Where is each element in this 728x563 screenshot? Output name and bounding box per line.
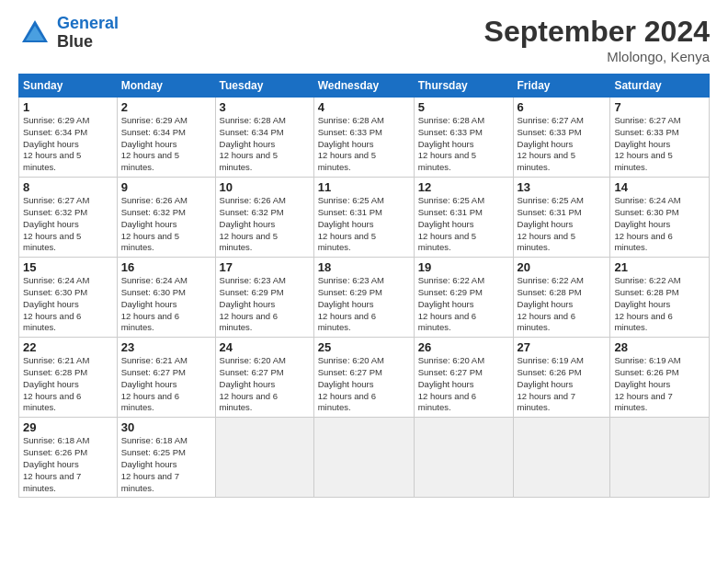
day-info: Sunrise: 6:29 AM Sunset: 6:34 PM Dayligh… [23,115,113,174]
calendar-cell: 7 Sunrise: 6:27 AM Sunset: 6:33 PM Dayli… [610,98,710,178]
calendar-cell: 6 Sunrise: 6:27 AM Sunset: 6:33 PM Dayli… [513,98,610,178]
calendar-cell: 19 Sunrise: 6:22 AM Sunset: 6:29 PM Dayl… [414,258,513,338]
day-number: 27 [518,340,607,354]
day-number: 11 [318,180,410,194]
day-number: 21 [614,260,705,274]
day-info: Sunrise: 6:27 AM Sunset: 6:32 PM Dayligh… [23,195,113,254]
location: Mlolongo, Kenya [484,49,710,64]
day-info: Sunrise: 6:23 AM Sunset: 6:29 PM Dayligh… [318,275,410,334]
day-info: Sunrise: 6:24 AM Sunset: 6:30 PM Dayligh… [23,275,113,334]
day-number: 7 [614,100,705,114]
day-number: 26 [418,340,509,354]
calendar-cell: 3 Sunrise: 6:28 AM Sunset: 6:34 PM Dayli… [215,98,313,178]
day-number: 6 [518,100,607,114]
day-info: Sunrise: 6:28 AM Sunset: 6:33 PM Dayligh… [418,115,509,174]
weekday-header-wednesday: Wednesday [313,75,414,98]
page: GeneralBlue September 2024 Mlolongo, Ken… [0,0,728,563]
weekday-header-friday: Friday [513,75,610,98]
calendar-cell: 28 Sunrise: 6:19 AM Sunset: 6:26 PM Dayl… [610,338,710,418]
header: GeneralBlue September 2024 Mlolongo, Ken… [18,15,710,64]
day-info: Sunrise: 6:26 AM Sunset: 6:32 PM Dayligh… [121,195,211,254]
logo-text: GeneralBlue [57,15,119,52]
day-info: Sunrise: 6:29 AM Sunset: 6:34 PM Dayligh… [121,115,211,174]
calendar-cell: 4 Sunrise: 6:28 AM Sunset: 6:33 PM Dayli… [313,98,414,178]
day-number: 24 [220,340,310,354]
weekday-header-tuesday: Tuesday [215,75,313,98]
day-info: Sunrise: 6:26 AM Sunset: 6:32 PM Dayligh… [220,195,310,254]
month-title: September 2024 [484,15,710,49]
day-number: 17 [220,260,310,274]
calendar-cell: 18 Sunrise: 6:23 AM Sunset: 6:29 PM Dayl… [313,258,414,338]
day-number: 10 [220,180,310,194]
calendar-cell: 24 Sunrise: 6:20 AM Sunset: 6:27 PM Dayl… [215,338,313,418]
day-number: 15 [23,260,113,274]
day-number: 18 [318,260,410,274]
calendar-cell: 9 Sunrise: 6:26 AM Sunset: 6:32 PM Dayli… [117,178,215,258]
day-number: 16 [121,260,211,274]
title-block: September 2024 Mlolongo, Kenya [484,15,710,64]
day-info: Sunrise: 6:22 AM Sunset: 6:28 PM Dayligh… [518,275,607,334]
calendar-cell: 22 Sunrise: 6:21 AM Sunset: 6:28 PM Dayl… [19,338,118,418]
day-number: 22 [23,340,113,354]
day-info: Sunrise: 6:28 AM Sunset: 6:33 PM Dayligh… [318,115,410,174]
day-info: Sunrise: 6:24 AM Sunset: 6:30 PM Dayligh… [121,275,211,334]
calendar-cell: 10 Sunrise: 6:26 AM Sunset: 6:32 PM Dayl… [215,178,313,258]
day-info: Sunrise: 6:22 AM Sunset: 6:28 PM Dayligh… [614,275,705,334]
day-info: Sunrise: 6:18 AM Sunset: 6:26 PM Dayligh… [23,435,113,494]
day-info: Sunrise: 6:25 AM Sunset: 6:31 PM Dayligh… [518,195,607,254]
calendar-cell: 12 Sunrise: 6:25 AM Sunset: 6:31 PM Dayl… [414,178,513,258]
calendar-cell [513,418,610,498]
day-number: 2 [121,100,211,114]
day-info: Sunrise: 6:20 AM Sunset: 6:27 PM Dayligh… [220,355,310,414]
calendar-cell: 16 Sunrise: 6:24 AM Sunset: 6:30 PM Dayl… [117,258,215,338]
calendar-cell [215,418,313,498]
day-number: 9 [121,180,211,194]
logo-icon [18,17,51,50]
day-number: 12 [418,180,509,194]
calendar-cell: 26 Sunrise: 6:20 AM Sunset: 6:27 PM Dayl… [414,338,513,418]
day-number: 20 [518,260,607,274]
calendar-cell: 8 Sunrise: 6:27 AM Sunset: 6:32 PM Dayli… [19,178,118,258]
day-info: Sunrise: 6:24 AM Sunset: 6:30 PM Dayligh… [614,195,705,254]
day-number: 14 [614,180,705,194]
calendar-cell: 29 Sunrise: 6:18 AM Sunset: 6:26 PM Dayl… [19,418,118,498]
day-number: 30 [121,420,211,434]
calendar-cell: 13 Sunrise: 6:25 AM Sunset: 6:31 PM Dayl… [513,178,610,258]
day-number: 25 [318,340,410,354]
calendar-cell: 27 Sunrise: 6:19 AM Sunset: 6:26 PM Dayl… [513,338,610,418]
day-info: Sunrise: 6:20 AM Sunset: 6:27 PM Dayligh… [318,355,410,414]
calendar-cell: 17 Sunrise: 6:23 AM Sunset: 6:29 PM Dayl… [215,258,313,338]
calendar-table: SundayMondayTuesdayWednesdayThursdayFrid… [18,74,710,498]
calendar-cell: 1 Sunrise: 6:29 AM Sunset: 6:34 PM Dayli… [19,98,118,178]
day-number: 13 [518,180,607,194]
calendar-cell: 30 Sunrise: 6:18 AM Sunset: 6:25 PM Dayl… [117,418,215,498]
day-info: Sunrise: 6:22 AM Sunset: 6:29 PM Dayligh… [418,275,509,334]
calendar-cell: 11 Sunrise: 6:25 AM Sunset: 6:31 PM Dayl… [313,178,414,258]
calendar-cell [414,418,513,498]
calendar-cell [610,418,710,498]
day-info: Sunrise: 6:27 AM Sunset: 6:33 PM Dayligh… [518,115,607,174]
day-info: Sunrise: 6:21 AM Sunset: 6:27 PM Dayligh… [121,355,211,414]
weekday-header-monday: Monday [117,75,215,98]
day-info: Sunrise: 6:23 AM Sunset: 6:29 PM Dayligh… [220,275,310,334]
calendar-cell: 21 Sunrise: 6:22 AM Sunset: 6:28 PM Dayl… [610,258,710,338]
calendar-cell: 23 Sunrise: 6:21 AM Sunset: 6:27 PM Dayl… [117,338,215,418]
day-info: Sunrise: 6:19 AM Sunset: 6:26 PM Dayligh… [518,355,607,414]
day-number: 23 [121,340,211,354]
calendar-cell: 5 Sunrise: 6:28 AM Sunset: 6:33 PM Dayli… [414,98,513,178]
day-info: Sunrise: 6:25 AM Sunset: 6:31 PM Dayligh… [418,195,509,254]
day-number: 19 [418,260,509,274]
day-number: 28 [614,340,705,354]
day-info: Sunrise: 6:28 AM Sunset: 6:34 PM Dayligh… [220,115,310,174]
calendar-cell [313,418,414,498]
weekday-header-thursday: Thursday [414,75,513,98]
calendar-cell: 25 Sunrise: 6:20 AM Sunset: 6:27 PM Dayl… [313,338,414,418]
calendar-cell: 15 Sunrise: 6:24 AM Sunset: 6:30 PM Dayl… [19,258,118,338]
day-info: Sunrise: 6:25 AM Sunset: 6:31 PM Dayligh… [318,195,410,254]
day-info: Sunrise: 6:27 AM Sunset: 6:33 PM Dayligh… [614,115,705,174]
day-number: 3 [220,100,310,114]
calendar-cell: 14 Sunrise: 6:24 AM Sunset: 6:30 PM Dayl… [610,178,710,258]
day-info: Sunrise: 6:20 AM Sunset: 6:27 PM Dayligh… [418,355,509,414]
weekday-header-saturday: Saturday [610,75,710,98]
day-info: Sunrise: 6:21 AM Sunset: 6:28 PM Dayligh… [23,355,113,414]
